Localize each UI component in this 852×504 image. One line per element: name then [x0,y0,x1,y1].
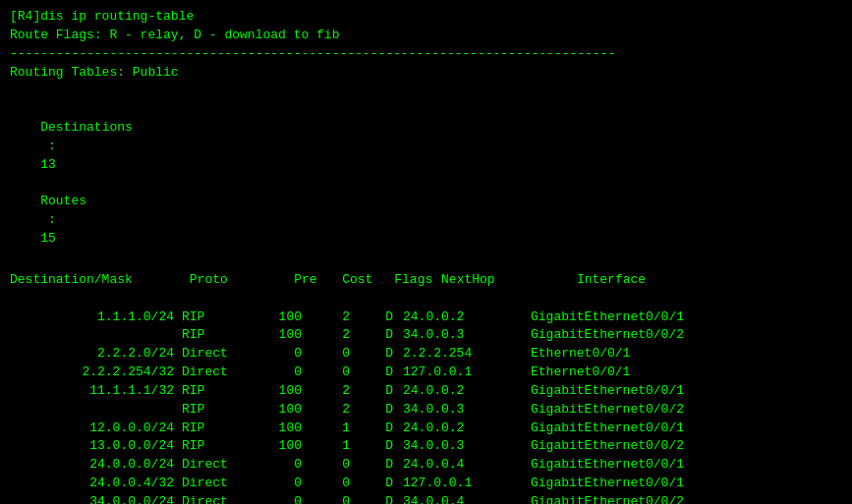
table-row: 11.1.1.1/32RIP1002D24.0.0.2GigabitEthern… [10,382,842,401]
cell-proto: RIP [182,437,260,456]
cell-dest: 13.0.0.0/24 [10,437,182,456]
cell-cost: 2 [310,308,364,327]
cell-dest: 24.0.0.4/32 [10,475,182,493]
cell-nexthop: 24.0.0.2 [403,382,531,401]
table-row: 34.0.0.0/24Direct00D34.0.0.4GigabitEther… [10,493,842,504]
cell-dest: 11.1.1.1/32 [10,382,182,401]
cell-proto: RIP [182,326,260,345]
cell-proto: Direct [182,493,260,504]
cell-iface: GigabitEthernet0/0/2 [531,326,747,345]
cell-cost: 2 [310,382,364,401]
table-row: 24.0.0.0/24Direct00D24.0.0.4GigabitEther… [10,456,842,475]
cell-pre: 100 [260,437,310,456]
cell-flags: D [364,401,403,420]
table-row: 1.1.1.0/24RIP1002D24.0.0.2GigabitEtherne… [10,308,842,327]
cell-flags: D [364,456,403,475]
prompt-line: [R4]dis ip routing-table [10,8,842,27]
cell-dest: 24.0.0.0/24 [10,456,182,475]
cell-iface: Ethernet0/0/1 [531,364,747,382]
cell-dest: 2.2.2.0/24 [10,345,182,364]
cell-flags: D [364,382,403,401]
cell-flags: D [364,364,403,382]
cell-flags: D [364,326,403,345]
column-header-row: Destination/Mask Proto Pre Cost Flags Ne… [10,271,842,290]
table-row: 2.2.2.254/32Direct00D127.0.0.1Ethernet0/… [10,364,842,382]
col-header-flags: Flags [394,271,433,290]
cell-proto: Direct [182,364,260,382]
colon-space: : [40,139,63,153]
separator-line: ----------------------------------------… [10,45,842,64]
destinations-label: Destinations [40,120,133,135]
cell-nexthop: 24.0.0.2 [403,420,531,438]
cell-dest: 34.0.0.0/24 [10,493,182,504]
cell-iface: GigabitEthernet0/0/1 [531,456,747,475]
cell-iface: GigabitEthernet0/0/1 [531,308,747,327]
cell-flags: D [364,308,403,327]
cell-nexthop: 2.2.2.254 [403,345,531,364]
cell-iface: Ethernet0/0/1 [531,345,747,364]
cell-proto: RIP [182,401,260,420]
cell-pre: 0 [260,345,310,364]
summary-line: Destinations : 13 Routes : 15 [10,82,842,266]
cell-dest: 12.0.0.0/24 [10,420,182,438]
table-row: 13.0.0.0/24RIP1001D34.0.0.3GigabitEthern… [10,437,842,456]
cell-dest: 1.1.1.0/24 [10,308,182,327]
cell-proto: RIP [182,420,260,438]
cell-nexthop: 24.0.0.2 [403,308,531,327]
cell-iface: GigabitEthernet0/0/1 [531,382,747,401]
table-row: 12.0.0.0/24RIP1001D24.0.0.2GigabitEthern… [10,420,842,438]
cell-iface: GigabitEthernet0/0/1 [531,475,747,493]
cell-proto: Direct [182,475,260,493]
cell-nexthop: 127.0.0.1 [403,364,531,382]
col-header-dest: Destination/Mask [10,271,182,290]
cell-flags: D [364,437,403,456]
routes-colon: : [40,212,63,227]
cell-proto: RIP [182,382,260,401]
cell-iface: GigabitEthernet0/0/2 [531,437,747,456]
table-row: 24.0.0.4/32Direct00D127.0.0.1GigabitEthe… [10,475,842,493]
cell-iface: GigabitEthernet0/0/2 [531,401,747,420]
cell-cost: 0 [310,493,364,504]
cell-nexthop: 34.0.0.3 [403,326,531,345]
cell-pre: 0 [260,493,310,504]
cell-pre: 100 [260,420,310,438]
cell-pre: 100 [260,308,310,327]
table-row: RIP1002D34.0.0.3GigabitEthernet0/0/2 [10,401,842,420]
routing-tables-line: Routing Tables: Public [10,64,842,83]
cell-cost: 0 [310,456,364,475]
col-header-pre: Pre [276,271,325,290]
cell-cost: 0 [310,364,364,382]
cell-pre: 0 [260,475,310,493]
cell-flags: D [364,475,403,493]
cell-cost: 1 [310,420,364,438]
col-header-proto: Proto [190,271,268,290]
cell-cost: 0 [310,345,364,364]
cell-proto: Direct [182,456,260,475]
cell-pre: 0 [260,456,310,475]
routing-table-body: 1.1.1.0/24RIP1002D24.0.0.2GigabitEtherne… [10,308,842,505]
col-header-cost: Cost [332,271,386,290]
blank-line [10,290,842,308]
cell-nexthop: 127.0.0.1 [403,475,531,493]
routes-value: 15 [40,231,56,246]
cell-nexthop: 34.0.0.4 [403,493,531,504]
table-row: 2.2.2.0/24Direct00D2.2.2.254Ethernet0/0/… [10,345,842,364]
cell-dest: 2.2.2.254/32 [10,364,182,382]
cell-flags: D [364,420,403,438]
table-row: RIP1002D34.0.0.3GigabitEthernet0/0/2 [10,326,842,345]
cell-cost: 1 [310,437,364,456]
cell-iface: GigabitEthernet0/0/1 [531,420,747,438]
cell-flags: D [364,345,403,364]
cell-iface: GigabitEthernet0/0/2 [531,493,747,504]
cell-flags: D [364,493,403,504]
cell-pre: 100 [260,326,310,345]
col-header-nexthop: NextHop [441,271,569,290]
cell-cost: 2 [310,401,364,420]
cell-proto: RIP [182,308,260,327]
cell-proto: Direct [182,345,260,364]
cell-pre: 100 [260,382,310,401]
destinations-value: 13 [40,157,56,172]
col-header-iface: Interface [577,271,793,290]
cell-pre: 100 [260,401,310,420]
route-flags-line: Route Flags: R - relay, D - download to … [10,27,842,45]
